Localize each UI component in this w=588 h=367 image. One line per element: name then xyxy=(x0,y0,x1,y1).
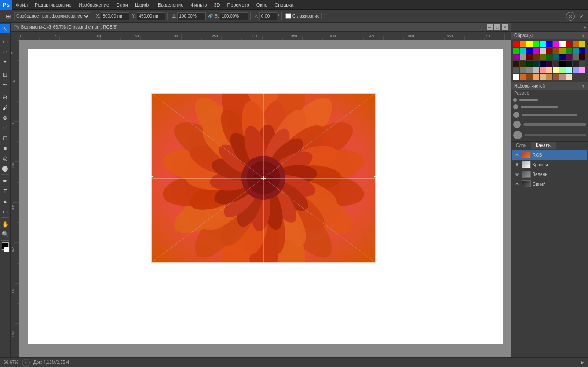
eraser-tool[interactable]: ◻ xyxy=(0,133,10,143)
brush-item[interactable] xyxy=(513,131,586,139)
swatch-item[interactable] xyxy=(579,41,585,47)
menu-type[interactable]: Шрифт xyxy=(131,0,154,9)
brush-item[interactable] xyxy=(513,121,586,128)
handle-bottom-center[interactable] xyxy=(262,261,265,264)
swatch-item[interactable] xyxy=(513,48,519,54)
swatch-item[interactable] xyxy=(553,67,559,73)
swatch-item[interactable] xyxy=(559,41,566,47)
swatch-item[interactable] xyxy=(573,67,579,73)
menu-help[interactable]: Справка xyxy=(271,0,297,9)
confirm-transform-btn[interactable]: ✓ xyxy=(577,12,586,21)
maximize-btn[interactable]: □ xyxy=(494,24,500,30)
swatch-item[interactable] xyxy=(579,67,585,73)
zoom-tool[interactable]: 🔍 xyxy=(0,229,10,239)
swatch-item[interactable] xyxy=(579,61,585,67)
swatches-header[interactable]: Образцы ▼ xyxy=(511,32,588,39)
crop-tool[interactable]: ⊡ xyxy=(0,70,10,79)
heal-tool[interactable]: ⊕ xyxy=(0,92,10,102)
swatch-item[interactable] xyxy=(520,54,526,60)
h-input[interactable] xyxy=(220,12,248,20)
swatch-item[interactable] xyxy=(520,41,526,47)
swatch-item[interactable] xyxy=(546,41,552,47)
swatch-item[interactable] xyxy=(559,61,566,67)
brush-item[interactable] xyxy=(513,98,586,102)
swatch-item[interactable] xyxy=(533,54,539,60)
swatch-item[interactable] xyxy=(579,48,585,54)
menu-layers[interactable]: Слои xyxy=(113,0,131,9)
swatch-item[interactable] xyxy=(566,67,572,73)
magic-wand-tool[interactable]: ✦ xyxy=(0,57,10,66)
swatch-item[interactable] xyxy=(526,54,533,60)
menu-window[interactable]: Окно xyxy=(253,0,271,9)
path-select-tool[interactable]: ▲ xyxy=(0,196,10,206)
swatch-item[interactable] xyxy=(553,48,559,54)
swatch-item[interactable] xyxy=(540,61,546,67)
swatch-item[interactable] xyxy=(513,54,519,60)
swatch-item[interactable] xyxy=(520,61,526,67)
swatches-collapse-icon[interactable]: ▼ xyxy=(581,33,585,38)
transform-mode-select[interactable]: Свободное трансформирование xyxy=(14,12,90,20)
tab-channels[interactable]: Каналы xyxy=(531,142,556,149)
swatch-item[interactable] xyxy=(540,74,546,80)
handle-top-left[interactable] xyxy=(150,92,153,95)
brush-tool[interactable]: 🖌 xyxy=(0,103,10,112)
handle-bottom-right[interactable] xyxy=(374,261,377,264)
swatch-item[interactable] xyxy=(566,61,572,67)
angle-input[interactable] xyxy=(259,12,277,20)
collapse-panels-btn[interactable]: » xyxy=(583,24,586,30)
channel-item[interactable]: 👁Зелень xyxy=(512,169,587,179)
swatch-item[interactable] xyxy=(573,61,579,67)
background-color[interactable] xyxy=(4,247,9,252)
swatch-item[interactable] xyxy=(553,61,559,67)
swatch-item[interactable] xyxy=(526,74,533,80)
x-input[interactable] xyxy=(101,12,129,20)
swatch-item[interactable] xyxy=(526,67,533,73)
minimize-btn[interactable]: ─ xyxy=(487,24,493,30)
channel-item[interactable]: 👁Красны xyxy=(512,160,587,169)
swatch-item[interactable] xyxy=(566,74,572,80)
brushes-collapse-icon[interactable]: ▼ xyxy=(581,84,585,88)
pen-tool[interactable]: ✒ xyxy=(0,176,10,186)
swatch-item[interactable] xyxy=(553,54,559,60)
swatch-item[interactable] xyxy=(526,48,533,54)
menu-edit[interactable]: Редактирование xyxy=(31,0,75,9)
smooth-checkbox[interactable] xyxy=(285,13,291,19)
channel-visibility-icon[interactable]: 👁 xyxy=(514,171,520,177)
scroll-right-btn[interactable]: ▶ xyxy=(581,360,584,365)
w-input[interactable] xyxy=(177,12,206,20)
lasso-tool[interactable]: ⌓ xyxy=(0,47,10,56)
swatch-item[interactable] xyxy=(546,67,552,73)
menu-view[interactable]: Просмотр xyxy=(223,0,252,9)
marquee-tool[interactable]: ⬚ xyxy=(0,37,10,46)
swatch-item[interactable] xyxy=(579,54,585,60)
brushes-header[interactable]: Наборы кистей ▼ xyxy=(511,82,588,90)
swatch-item[interactable] xyxy=(513,41,519,47)
menu-3d[interactable]: 3D xyxy=(210,0,223,9)
text-tool[interactable]: T xyxy=(0,186,10,196)
handle-bottom-left[interactable] xyxy=(150,261,153,264)
gradient-tool[interactable]: ■ xyxy=(0,143,10,153)
eyedropper-tool[interactable]: ✒ xyxy=(0,80,10,89)
history-brush-tool[interactable]: ↩ xyxy=(0,123,10,132)
swatch-item[interactable] xyxy=(559,67,566,73)
swatch-item[interactable] xyxy=(540,67,546,73)
swatch-item[interactable] xyxy=(533,48,539,54)
swatch-item[interactable] xyxy=(559,54,566,60)
swatch-item[interactable] xyxy=(526,61,533,67)
move-tool[interactable]: ↖ xyxy=(0,24,10,33)
channel-item[interactable]: 👁Синий xyxy=(512,179,587,189)
swatch-item[interactable] xyxy=(540,41,546,47)
menu-image[interactable]: Изображение xyxy=(75,0,113,9)
swatch-item[interactable] xyxy=(513,61,519,67)
menu-file[interactable]: Файл xyxy=(12,0,31,9)
swatch-item[interactable] xyxy=(533,74,539,80)
brush-item[interactable] xyxy=(513,104,586,109)
swatch-item[interactable] xyxy=(520,67,526,73)
swatch-item[interactable] xyxy=(520,48,526,54)
swatch-item[interactable] xyxy=(566,41,572,47)
channel-visibility-icon[interactable]: 👁 xyxy=(514,152,520,158)
hand-tool[interactable]: ✋ xyxy=(0,219,10,229)
status-info-btn[interactable]: ○ xyxy=(22,359,30,367)
handle-middle-left[interactable] xyxy=(150,176,153,180)
swatch-item[interactable] xyxy=(559,48,566,54)
